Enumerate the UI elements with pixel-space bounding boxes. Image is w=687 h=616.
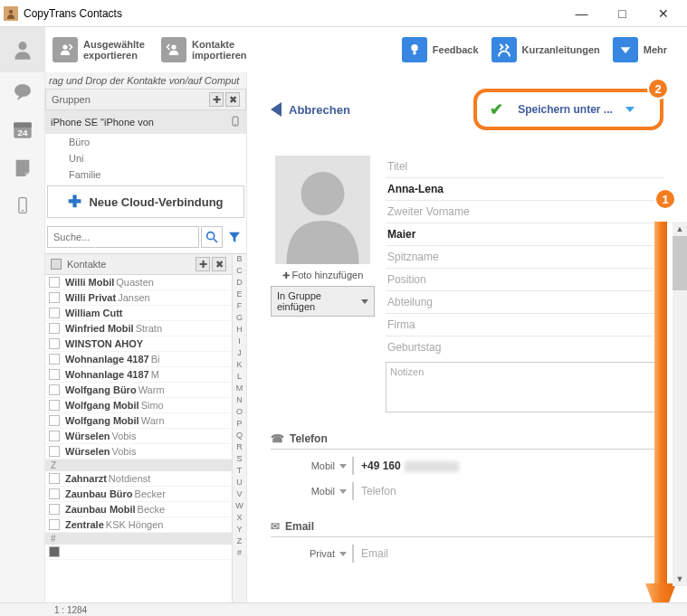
az-I[interactable]: I: [238, 336, 241, 348]
email-value-1[interactable]: Email: [352, 545, 663, 563]
az-D[interactable]: D: [236, 278, 243, 289]
import-button[interactable]: Kontakte importieren: [161, 37, 246, 62]
contact-row[interactable]: Wohnanlage 4187 Bi: [45, 352, 232, 367]
contact-checkbox[interactable]: [49, 431, 60, 441]
group-item[interactable]: Büro: [45, 134, 246, 150]
nav-device[interactable]: [0, 186, 45, 224]
filter-button[interactable]: [224, 226, 244, 248]
contact-list[interactable]: Kontakte ✚ ✖ Willi Mobil QuastenWilli Pr…: [45, 254, 232, 602]
scrollbar[interactable]: ▲ ▼: [673, 222, 687, 586]
contact-checkbox[interactable]: [49, 354, 60, 365]
nav-calendar[interactable]: 24: [0, 110, 45, 148]
az-Y[interactable]: Y: [236, 525, 242, 536]
device-row[interactable]: iPhone SE "iPhone von: [45, 110, 246, 134]
notes-field[interactable]: Notizen: [386, 362, 663, 412]
contact-row[interactable]: Winfried Mobil Stratn: [45, 321, 232, 336]
az-C[interactable]: C: [236, 266, 243, 278]
az-G[interactable]: G: [236, 313, 243, 325]
close-button[interactable]: ✕: [643, 1, 683, 26]
az-J[interactable]: J: [237, 348, 242, 360]
nav-contacts-icon[interactable]: [0, 27, 45, 72]
maximize-button[interactable]: □: [602, 1, 643, 26]
add-contact-button[interactable]: ✚: [196, 257, 210, 271]
contact-row[interactable]: WINSTON AHOY: [45, 336, 232, 352]
contact-row[interactable]: Zaunbau Büro Becker: [45, 487, 232, 502]
az-F[interactable]: F: [237, 301, 243, 313]
az-H[interactable]: H: [236, 325, 243, 336]
save-as-button[interactable]: ✔ Speichern unter ...: [473, 89, 663, 130]
group-item[interactable]: Familie: [45, 166, 246, 183]
group-select[interactable]: In Gruppe einfügen: [271, 286, 375, 317]
contact-row[interactable]: Zahnarzt Notdienst: [45, 471, 232, 487]
phone-type-2[interactable]: Mobil: [271, 486, 352, 497]
contact-checkbox[interactable]: [49, 546, 60, 557]
contact-checkbox[interactable]: [49, 338, 60, 349]
contact-checkbox[interactable]: [49, 519, 60, 530]
nav-notes[interactable]: [0, 148, 45, 186]
new-cloud-button[interactable]: ✚ Neue Cloud-Verbindung: [47, 185, 244, 218]
department-field[interactable]: Abteilung: [386, 291, 663, 314]
az-R[interactable]: R: [236, 442, 243, 454]
contact-checkbox[interactable]: [49, 446, 60, 457]
contact-checkbox[interactable]: [49, 473, 60, 484]
search-button[interactable]: [201, 226, 223, 248]
select-all-checkbox[interactable]: [51, 259, 62, 270]
more-button[interactable]: Mehr: [613, 37, 667, 62]
phone-type-1[interactable]: Mobil: [271, 460, 352, 471]
contact-row[interactable]: Würselen Vobis: [45, 429, 232, 444]
az-P[interactable]: P: [236, 419, 242, 431]
add-photo-button[interactable]: Foto hinzufügen: [282, 270, 364, 280]
company-field[interactable]: Firma: [386, 314, 663, 336]
phone-value-2[interactable]: Telefon: [352, 482, 663, 500]
contact-checkbox[interactable]: [49, 504, 60, 515]
firstname-field[interactable]: Anna-Lena: [386, 178, 663, 201]
az-B[interactable]: B: [236, 254, 242, 266]
title-field[interactable]: Titel: [386, 156, 663, 178]
delete-contact-button[interactable]: ✖: [212, 257, 226, 271]
contact-row[interactable]: Zaunbau Mobil Becke: [45, 502, 232, 517]
delete-group-button[interactable]: ✖: [225, 92, 240, 107]
email-type-1[interactable]: Privat: [271, 548, 352, 559]
cancel-button[interactable]: Abbrechen: [271, 102, 350, 117]
minimize-button[interactable]: —: [561, 1, 602, 26]
contact-checkbox[interactable]: [49, 400, 60, 411]
birthday-field[interactable]: Geburtstag: [386, 336, 663, 358]
contact-row[interactable]: Würselen Vobis: [45, 444, 232, 460]
az-#[interactable]: #: [237, 548, 242, 560]
az-T[interactable]: T: [237, 466, 243, 478]
az-U[interactable]: U: [236, 478, 243, 489]
feedback-button[interactable]: Feedback: [402, 37, 479, 62]
contact-checkbox[interactable]: [49, 384, 60, 395]
nav-messages[interactable]: [0, 72, 45, 110]
contact-row[interactable]: Wolfgang Büro Warm: [45, 383, 232, 398]
contact-checkbox[interactable]: [49, 369, 60, 380]
contact-row[interactable]: Willi Mobil Quasten: [45, 275, 232, 290]
contact-checkbox[interactable]: [49, 415, 60, 426]
guides-button[interactable]: Kurzanleitungen: [491, 37, 600, 62]
contact-row[interactable]: [45, 545, 232, 560]
add-group-button[interactable]: ✚: [209, 92, 224, 107]
contact-checkbox[interactable]: [49, 277, 60, 288]
contact-row[interactable]: William Cutt: [45, 306, 232, 321]
secondname-field[interactable]: Zweiter Vorname: [386, 201, 663, 223]
az-S[interactable]: S: [236, 454, 242, 466]
contact-avatar[interactable]: [275, 156, 370, 264]
az-V[interactable]: V: [236, 489, 242, 501]
az-N[interactable]: N: [236, 395, 243, 407]
phone-value-1[interactable]: +49 160: [352, 457, 663, 475]
contact-row[interactable]: Wolfgang Mobil Simo: [45, 398, 232, 413]
az-L[interactable]: L: [237, 372, 242, 384]
contact-row[interactable]: Wolfgang Mobil Warn: [45, 413, 232, 429]
scroll-up[interactable]: ▲: [673, 222, 687, 236]
az-index[interactable]: BCDEFGHIJKLMNOPQRSTUVWXYZ#: [232, 254, 246, 602]
export-button[interactable]: Ausgewählte exportieren: [52, 37, 148, 62]
contact-row[interactable]: Zentrale KSK Höngen: [45, 517, 232, 533]
search-input[interactable]: [47, 226, 199, 248]
az-K[interactable]: K: [236, 360, 242, 372]
contact-checkbox[interactable]: [49, 488, 60, 499]
az-O[interactable]: O: [236, 407, 243, 419]
az-E[interactable]: E: [236, 289, 242, 301]
az-Q[interactable]: Q: [236, 431, 243, 442]
position-field[interactable]: Position: [386, 269, 663, 291]
contact-row[interactable]: Wohnanlage 4187 M: [45, 367, 232, 383]
